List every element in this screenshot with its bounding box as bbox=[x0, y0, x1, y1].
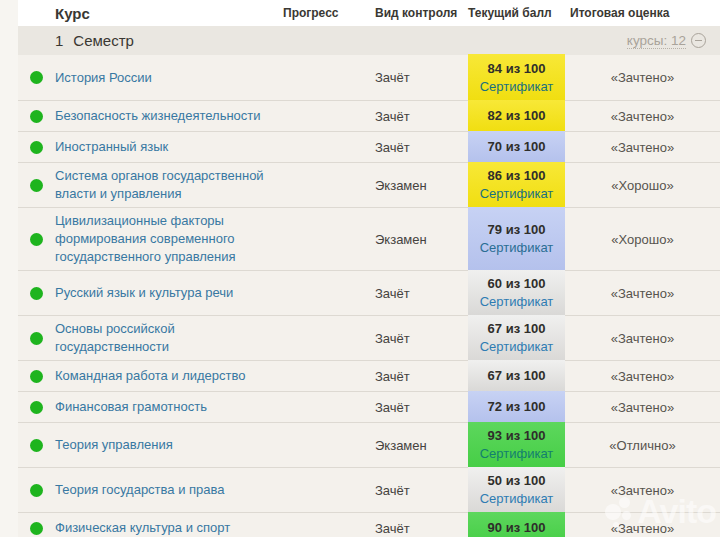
certificate-link[interactable]: Сертификат bbox=[480, 445, 554, 463]
control-type-label: Зачёт bbox=[375, 109, 410, 124]
score-badge: 67 из 100 Сертификат bbox=[468, 315, 565, 361]
course-link[interactable]: Теория управления bbox=[55, 432, 173, 458]
certificate-link[interactable]: Сертификат bbox=[480, 78, 554, 96]
course-link[interactable]: Русский язык и культура речи bbox=[55, 280, 233, 306]
col-header-control: Вид контроля bbox=[375, 6, 468, 20]
col-header-grade: Итоговая оценка bbox=[565, 6, 720, 20]
semester-title: 1Семестр bbox=[55, 32, 134, 49]
control-type-label: Зачёт bbox=[375, 483, 410, 498]
col-header-progress: Прогресс bbox=[283, 6, 375, 20]
score-badge: 90 из 100 bbox=[468, 512, 565, 537]
final-grade: «Зачтено» bbox=[611, 331, 674, 346]
status-dot-icon bbox=[30, 439, 43, 452]
table-row: Финансовая грамотность Зачёт 72 из 100 «… bbox=[18, 391, 720, 422]
col-header-course: Курс bbox=[55, 5, 283, 22]
score-value: 70 из 100 bbox=[488, 138, 546, 156]
score-value: 72 из 100 bbox=[488, 398, 546, 416]
final-grade: «Отлично» bbox=[609, 438, 675, 453]
final-grade: «Зачтено» bbox=[611, 109, 674, 124]
score-value: 82 из 100 bbox=[488, 107, 546, 125]
table-row: Теория управления Экзамен 93 из 100 Серт… bbox=[18, 422, 720, 467]
control-type-label: Зачёт bbox=[375, 521, 410, 536]
table-row: Система органов государственной власти и… bbox=[18, 162, 720, 207]
score-badge: 67 из 100 bbox=[468, 360, 565, 392]
table-row: Цивилизационные факторы формирования сов… bbox=[18, 207, 720, 270]
status-dot-icon bbox=[30, 370, 43, 383]
course-link[interactable]: Безопасность жизнедеятельности bbox=[55, 103, 261, 129]
certificate-link[interactable]: Сертификат bbox=[480, 293, 554, 311]
table-row: Русский язык и культура речи Зачёт 60 из… bbox=[18, 270, 720, 315]
course-link[interactable]: Физическая культура и спорт bbox=[55, 515, 230, 537]
minus-circle-icon[interactable] bbox=[691, 33, 706, 48]
score-value: 90 из 100 bbox=[488, 519, 546, 537]
score-badge: 72 из 100 bbox=[468, 391, 565, 423]
table-row: Командная работа и лидерство Зачёт 67 из… bbox=[18, 360, 720, 391]
table-row: Основы российской государственности Зачё… bbox=[18, 315, 720, 360]
score-value: 67 из 100 bbox=[488, 367, 546, 385]
score-badge: 60 из 100 Сертификат bbox=[468, 270, 565, 316]
status-dot-icon bbox=[30, 332, 43, 345]
final-grade: «Зачтено» bbox=[611, 140, 674, 155]
table-row: Физическая культура и спорт Зачёт 90 из … bbox=[18, 512, 720, 537]
course-link[interactable]: Система органов государственной власти и… bbox=[55, 163, 283, 207]
courses-table: Курс Прогресс Вид контроля Текущий балл … bbox=[18, 0, 720, 537]
table-header: Курс Прогресс Вид контроля Текущий балл … bbox=[18, 0, 720, 26]
status-dot-icon bbox=[30, 233, 43, 246]
table-row: Безопасность жизнедеятельности Зачёт 82 … bbox=[18, 100, 720, 131]
semester-number: 1 bbox=[55, 32, 63, 49]
status-dot-icon bbox=[30, 179, 43, 192]
final-grade: «Зачтено» bbox=[611, 286, 674, 301]
score-badge: 86 из 100 Сертификат bbox=[468, 162, 565, 208]
control-type-label: Зачёт bbox=[375, 400, 410, 415]
control-type-label: Экзамен bbox=[375, 232, 427, 247]
score-value: 84 из 100 bbox=[488, 60, 546, 78]
score-badge: 79 из 100 Сертификат bbox=[468, 207, 565, 271]
final-grade: «Зачтено» bbox=[611, 369, 674, 384]
status-dot-icon bbox=[30, 71, 43, 84]
course-link[interactable]: Теория государства и права bbox=[55, 477, 225, 503]
status-dot-icon bbox=[30, 522, 43, 535]
score-value: 67 из 100 bbox=[488, 320, 546, 338]
semester-section-header: 1Семестр курсы: 12 bbox=[18, 26, 720, 55]
control-type-label: Зачёт bbox=[375, 286, 410, 301]
final-grade: «Хорошо» bbox=[611, 232, 673, 247]
score-value: 93 из 100 bbox=[488, 427, 546, 445]
status-dot-icon bbox=[30, 484, 43, 497]
final-grade: «Зачтено» bbox=[611, 521, 674, 536]
table-row: Теория государства и права Зачёт 50 из 1… bbox=[18, 467, 720, 512]
score-badge: 93 из 100 Сертификат bbox=[468, 422, 565, 468]
status-dot-icon bbox=[30, 110, 43, 123]
score-value: 86 из 100 bbox=[488, 167, 546, 185]
certificate-link[interactable]: Сертификат bbox=[480, 239, 554, 257]
course-link[interactable]: Цивилизационные факторы формирования сов… bbox=[55, 208, 283, 270]
course-link[interactable]: Финансовая грамотность bbox=[55, 394, 207, 420]
status-dot-icon bbox=[30, 287, 43, 300]
certificate-link[interactable]: Сертификат bbox=[480, 185, 554, 203]
final-grade: «Хорошо» bbox=[611, 178, 673, 193]
course-link[interactable]: Иностранный язык bbox=[55, 134, 168, 160]
col-header-score: Текущий балл bbox=[468, 6, 565, 20]
course-link[interactable]: Командная работа и лидерство bbox=[55, 363, 246, 389]
courses-count-link[interactable]: курсы: 12 bbox=[627, 33, 686, 49]
course-link[interactable]: История России bbox=[55, 65, 152, 91]
certificate-link[interactable]: Сертификат bbox=[480, 338, 554, 356]
control-type-label: Зачёт bbox=[375, 369, 410, 384]
control-type-label: Зачёт bbox=[375, 140, 410, 155]
control-type-label: Зачёт bbox=[375, 331, 410, 346]
control-type-label: Экзамен bbox=[375, 438, 427, 453]
course-link[interactable]: Основы российской государственности bbox=[55, 316, 283, 360]
certificate-link[interactable]: Сертификат bbox=[480, 490, 554, 508]
status-dot-icon bbox=[30, 141, 43, 154]
score-badge: 84 из 100 Сертификат bbox=[468, 54, 565, 101]
status-dot-icon bbox=[30, 401, 43, 414]
control-type-label: Экзамен bbox=[375, 178, 427, 193]
table-row: История России Зачёт 84 из 100 Сертифика… bbox=[18, 55, 720, 100]
final-grade: «Зачтено» bbox=[611, 70, 674, 85]
final-grade: «Зачтено» bbox=[611, 483, 674, 498]
score-badge: 70 из 100 bbox=[468, 131, 565, 163]
score-value: 79 из 100 bbox=[488, 221, 546, 239]
score-value: 50 из 100 bbox=[488, 472, 546, 490]
final-grade: «Зачтено» bbox=[611, 400, 674, 415]
score-badge: 82 из 100 bbox=[468, 100, 565, 132]
score-value: 60 из 100 bbox=[488, 275, 546, 293]
